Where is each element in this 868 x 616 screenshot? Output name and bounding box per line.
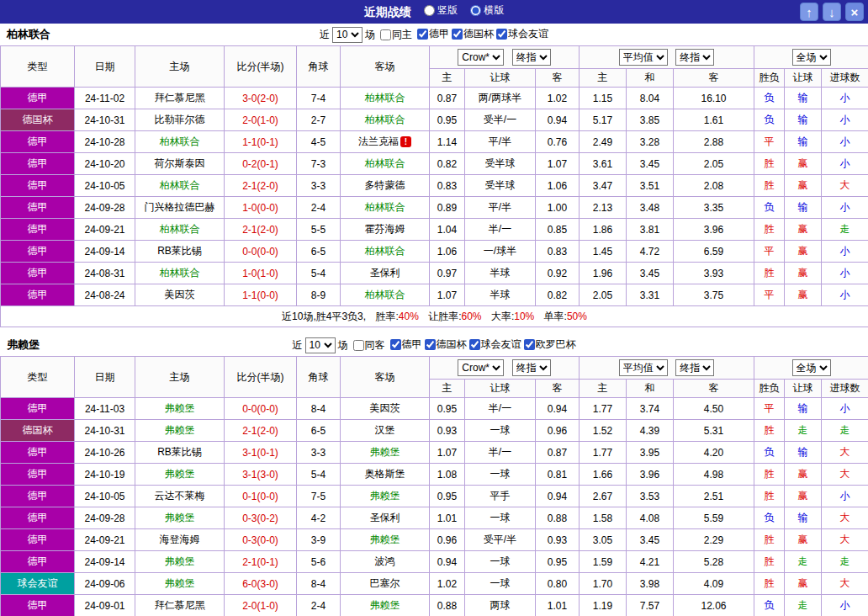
same-venue-checkbox[interactable]	[380, 29, 391, 40]
asian-away-odds-cell: 0.94	[536, 109, 580, 131]
summary-stat-label: 让胜率:	[426, 311, 462, 322]
team-link[interactable]: 弗赖堡	[165, 424, 195, 436]
team-link[interactable]: 荷尔斯泰因	[155, 157, 205, 169]
league-checkbox[interactable]	[452, 29, 463, 40]
handicap-cell: 受平/半	[465, 529, 536, 551]
scroll-down-button[interactable]: ↓	[823, 3, 841, 21]
team-link[interactable]: 弗赖堡	[165, 468, 195, 480]
euro-away-odds-cell: 5.28	[674, 551, 754, 573]
team-link[interactable]: 云达不莱梅	[155, 490, 205, 502]
team-link[interactable]: 弗赖堡	[165, 555, 195, 567]
team-link[interactable]: 比勒菲尔德	[155, 114, 205, 125]
euro-odds-source-select[interactable]: 平均值	[619, 359, 668, 376]
team-link[interactable]: 弗赖堡	[370, 446, 400, 458]
league-filter[interactable]: 欧罗巴杯	[524, 337, 576, 352]
team-link[interactable]: 汉堡	[375, 424, 395, 436]
team-link[interactable]: 柏林联合	[160, 135, 200, 147]
team-link[interactable]: 多特蒙德	[365, 179, 405, 191]
euro-odds-kind-select[interactable]: 终指	[675, 49, 714, 66]
league-filter[interactable]: 德国杯	[425, 337, 467, 352]
team-link[interactable]: 波鸿	[375, 555, 395, 567]
same-venue-filter[interactable]: 同客	[353, 338, 385, 353]
asian-odds-kind-select[interactable]: 终指	[512, 359, 551, 376]
euro-odds-source-select[interactable]: 平均值	[619, 49, 668, 66]
away-team-cell: 圣保利	[341, 507, 430, 529]
col-header-goals: 进球数	[822, 69, 868, 88]
team-link[interactable]: 弗赖堡	[370, 599, 400, 611]
layout-option-horizontal[interactable]: 横版	[470, 3, 504, 18]
layout-option-vertical[interactable]: 竖版	[424, 3, 458, 18]
match-scope-select[interactable]: 全场	[792, 49, 831, 66]
handicap-cell: 一/球半	[465, 241, 536, 263]
team-link[interactable]: 柏林联合	[365, 289, 405, 300]
asian-home-odds-cell: 0.95	[430, 109, 465, 131]
layout-radio[interactable]	[470, 5, 481, 16]
league-checkbox[interactable]	[469, 339, 480, 350]
same-venue-filter[interactable]: 同主	[380, 28, 412, 42]
league-filter[interactable]: 德甲	[417, 27, 449, 41]
corner-cell: 5-6	[297, 551, 341, 573]
team-link[interactable]: 弗赖堡	[165, 577, 195, 589]
team-link[interactable]: 柏林联合	[160, 267, 200, 279]
alert-icon[interactable]: !	[400, 136, 411, 147]
team-link[interactable]: 霍芬海姆	[365, 223, 405, 235]
team-link[interactable]: 奥格斯堡	[365, 468, 405, 480]
team-link[interactable]: 柏林联合	[365, 157, 405, 169]
match-scope-select[interactable]: 全场	[792, 359, 831, 376]
scroll-up-button[interactable]: ↑	[800, 3, 818, 21]
team-link[interactable]: 巴塞尔	[370, 577, 400, 589]
team-link[interactable]: 柏林联合	[160, 179, 200, 191]
team-link[interactable]: 弗赖堡	[165, 512, 195, 523]
league-checkbox[interactable]	[496, 29, 507, 40]
team-link[interactable]: RB莱比锡	[157, 446, 202, 458]
handicap-cell: 受半球	[465, 175, 536, 197]
league-checkbox[interactable]	[417, 29, 428, 40]
outcome-cell: 胜	[754, 464, 785, 486]
match-count-select[interactable]: 10	[305, 337, 336, 353]
away-team-cell: 波鸿	[341, 551, 430, 573]
close-button[interactable]: ×	[845, 3, 864, 21]
league-checkbox[interactable]	[524, 339, 535, 350]
team-link[interactable]: 圣保利	[370, 512, 400, 523]
match-row: 德甲24-09-21海登海姆0-3(0-0)3-9弗赖堡0.96受平/半0.93…	[1, 529, 868, 551]
team-link[interactable]: RB莱比锡	[157, 245, 202, 257]
team-link[interactable]: 门兴格拉德巴赫	[145, 201, 215, 213]
league-label: 德国杯	[437, 337, 467, 352]
euro-odds-kind-select[interactable]: 终指	[675, 359, 714, 376]
league-filter[interactable]: 德国杯	[452, 27, 494, 41]
league-checkbox[interactable]	[425, 339, 436, 350]
team-link[interactable]: 柏林联合	[365, 201, 405, 213]
team-link[interactable]: 柏林联合	[365, 114, 405, 125]
match-count-select[interactable]: 10	[332, 27, 363, 43]
asian-odds-source-select[interactable]: Crow*	[458, 359, 504, 376]
layout-radio[interactable]	[424, 5, 435, 16]
team-link[interactable]: 海登海姆	[160, 534, 200, 545]
team-link[interactable]: 美因茨	[165, 289, 195, 300]
date-cell: 24-11-02	[75, 88, 135, 109]
same-venue-checkbox[interactable]	[353, 340, 364, 351]
league-checkbox[interactable]	[390, 339, 401, 350]
team-link[interactable]: 弗赖堡	[165, 402, 195, 414]
team-link[interactable]: 法兰克福	[358, 135, 399, 147]
league-label: 德甲	[402, 337, 422, 352]
team-link[interactable]: 拜仁慕尼黑	[155, 92, 205, 104]
league-filter[interactable]: 球会友谊	[496, 27, 548, 41]
team-link[interactable]: 柏林联合	[365, 92, 405, 104]
team-link[interactable]: 美因茨	[370, 402, 400, 414]
asian-odds-source-select[interactable]: Crow*	[458, 49, 504, 66]
col-header-handicap-outcome: 让球	[785, 380, 822, 398]
home-team-cell: 弗赖堡	[135, 420, 225, 442]
team-link[interactable]: 拜仁慕尼黑	[155, 599, 205, 611]
asian-odds-kind-select[interactable]: 终指	[512, 49, 551, 66]
league-filter[interactable]: 球会友谊	[469, 337, 521, 352]
league-filter[interactable]: 德甲	[390, 337, 422, 352]
team-link[interactable]: 柏林联合	[365, 245, 405, 257]
team-section: 柏林联合 近 10 场 同主 德甲德国杯球会友谊	[0, 24, 868, 327]
corner-cell: 2-7	[297, 109, 341, 131]
team-link[interactable]: 圣保利	[370, 267, 400, 279]
team-link[interactable]: 弗赖堡	[370, 534, 400, 545]
team-link[interactable]: 弗赖堡	[370, 490, 400, 502]
games-label: 场	[338, 338, 348, 353]
team-link[interactable]: 柏林联合	[160, 223, 200, 235]
handicap-cell: 平/半	[465, 131, 536, 153]
